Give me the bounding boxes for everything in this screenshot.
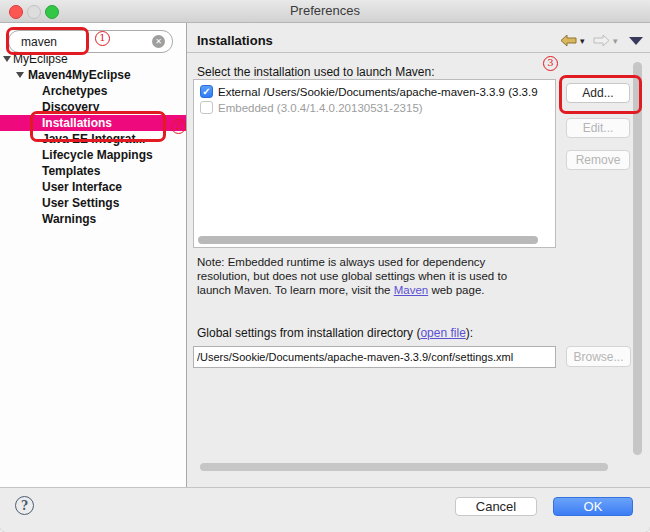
sidebar-item-maven4myeclipse[interactable]: Maven4MyEclipse xyxy=(0,67,186,83)
sidebar-item-lifecycle-mappings[interactable]: Lifecycle Mappings xyxy=(0,147,186,163)
add-button[interactable]: Add... xyxy=(566,83,630,103)
title-bar: Preferences xyxy=(0,0,650,23)
annotation-step-3: 3 xyxy=(543,56,558,71)
sidebar-item-warnings[interactable]: Warnings xyxy=(0,211,186,227)
tree-item-label: User Interface xyxy=(42,180,122,194)
back-arrow-icon[interactable] xyxy=(560,34,577,47)
preferences-tree: MyEclipse Maven4MyEclipse Archetypes Dis… xyxy=(0,51,186,227)
note-text: web page. xyxy=(428,284,484,296)
edit-button: Edit... xyxy=(566,118,630,138)
note-line: Note: Embedded runtime is always used fo… xyxy=(197,255,569,269)
forward-dropdown-icon[interactable]: ▾ xyxy=(613,36,618,46)
search-input[interactable] xyxy=(19,33,145,51)
sidebar-item-templates[interactable]: Templates xyxy=(0,163,186,179)
global-settings-label: Global settings from installation direct… xyxy=(197,326,473,340)
expand-arrow-icon[interactable] xyxy=(16,72,24,78)
help-button[interactable]: ? xyxy=(15,496,34,515)
tree-item-label: Warnings xyxy=(42,212,96,226)
footer-divider xyxy=(0,487,650,488)
sidebar-item-myeclipse[interactable]: MyEclipse xyxy=(0,51,186,67)
installations-list: ✓ External /Users/Sookie/Documents/apach… xyxy=(193,79,556,248)
select-installation-label: Select the installation used to launch M… xyxy=(197,65,434,79)
tree-item-label: User Settings xyxy=(42,196,119,210)
tree-item-label: Discovery xyxy=(42,100,99,114)
note-line: resolution, but does not use global sett… xyxy=(197,269,569,283)
cancel-button[interactable]: Cancel xyxy=(455,497,537,516)
ok-button[interactable]: OK xyxy=(553,497,633,516)
expand-arrow-icon[interactable] xyxy=(3,56,11,62)
installation-label: External /Users/Sookie/Documents/apache-… xyxy=(218,86,538,98)
list-horizontal-scrollbar[interactable] xyxy=(198,236,538,244)
tree-item-label: Java EE Integrat... xyxy=(42,132,145,146)
header-divider xyxy=(187,52,650,53)
settings-path-input[interactable] xyxy=(193,346,556,368)
note-text: launch Maven. To learn more, visit the xyxy=(197,284,394,296)
window-title: Preferences xyxy=(0,0,650,22)
sidebar-item-discovery[interactable]: Discovery xyxy=(0,99,186,115)
panel-horizontal-scrollbar[interactable] xyxy=(200,463,608,471)
history-nav: ▾ ▾ xyxy=(560,33,646,48)
browse-button: Browse... xyxy=(566,346,631,367)
panel-divider[interactable] xyxy=(186,23,187,487)
maven-web-link[interactable]: Maven xyxy=(394,284,429,296)
embedded-runtime-note: Note: Embedded runtime is always used fo… xyxy=(197,255,569,297)
list-item-external-maven[interactable]: ✓ External /Users/Sookie/Documents/apach… xyxy=(194,84,555,100)
tree-item-label: MyEclipse xyxy=(13,52,68,66)
label-text: ): xyxy=(466,326,473,340)
tree-item-label: Lifecycle Mappings xyxy=(42,148,153,162)
tree-item-label: Installations xyxy=(42,116,112,130)
open-file-link[interactable]: open file xyxy=(420,326,465,340)
checkbox-unchecked-icon[interactable] xyxy=(200,101,213,114)
preferences-window: Preferences ✕ MyEclipse Maven4MyEclipse … xyxy=(0,0,650,532)
installation-label: Embedded (3.0.4/1.4.0.20130531-2315) xyxy=(218,102,423,114)
checkbox-checked-icon[interactable]: ✓ xyxy=(200,85,213,98)
label-text: Global settings from installation direct… xyxy=(197,326,420,340)
tree-item-label: Archetypes xyxy=(42,84,107,98)
sidebar-item-user-interface[interactable]: User Interface xyxy=(0,179,186,195)
tree-item-label: Templates xyxy=(42,164,100,178)
filter-search-field[interactable]: ✕ xyxy=(8,30,173,53)
tree-item-label: Maven4MyEclipse xyxy=(28,68,131,82)
panel-vertical-scrollbar[interactable] xyxy=(633,62,642,455)
back-dropdown-icon[interactable]: ▾ xyxy=(580,36,585,46)
page-title: Installations xyxy=(197,33,273,48)
sidebar-item-archetypes[interactable]: Archetypes xyxy=(0,83,186,99)
list-item-embedded-maven[interactable]: Embedded (3.0.4/1.4.0.20130531-2315) xyxy=(194,100,555,116)
remove-button: Remove xyxy=(566,150,630,170)
sidebar-item-java-ee-integration[interactable]: Java EE Integrat... xyxy=(0,131,186,147)
view-menu-icon[interactable] xyxy=(629,37,643,45)
note-line: launch Maven. To learn more, visit the M… xyxy=(197,283,569,297)
forward-arrow-icon[interactable] xyxy=(593,34,610,47)
sidebar-item-user-settings[interactable]: User Settings xyxy=(0,195,186,211)
sidebar-item-installations[interactable]: Installations xyxy=(0,115,186,131)
clear-search-icon[interactable]: ✕ xyxy=(152,35,165,48)
